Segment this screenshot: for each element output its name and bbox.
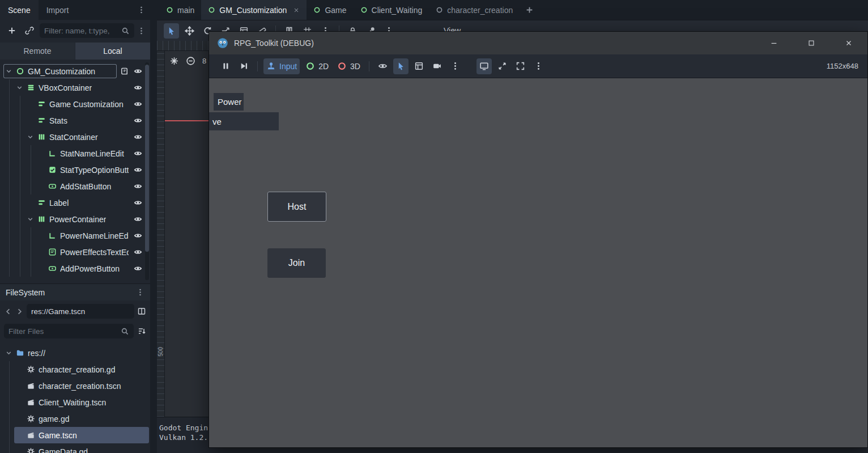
debug-options-button[interactable]: [448, 58, 463, 74]
zoom-controls: 8: [169, 56, 206, 66]
scene-tree-row[interactable]: PowerEffectsTextEdit: [36, 244, 149, 260]
scene-tree-row[interactable]: StatContainer: [25, 129, 149, 145]
visibility-eye-icon[interactable]: [134, 231, 142, 240]
visibility-eye-icon[interactable]: [134, 100, 142, 108]
scene-icon: [360, 6, 368, 14]
file-row[interactable]: character_creation.tscn: [14, 378, 149, 394]
game-window: RPG_Toolkit (DEBUG) Input2D3D1152x648 Po…: [209, 31, 868, 448]
scene-filter-input[interactable]: [44, 27, 121, 35]
pause-game-button[interactable]: [218, 58, 233, 74]
visibility-eye-icon[interactable]: [134, 116, 142, 125]
current-path-input[interactable]: [31, 307, 130, 316]
add-node-button[interactable]: [5, 23, 19, 38]
scene-tree-row[interactable]: PowerContainer: [25, 211, 149, 227]
visibility-eye-icon[interactable]: [134, 166, 142, 174]
snap-indicator-icon[interactable]: [169, 56, 179, 66]
tree-expand-icon[interactable]: [16, 84, 23, 91]
attached-script-icon[interactable]: [120, 67, 129, 75]
local-tab[interactable]: Local: [75, 43, 150, 60]
camera-override-button[interactable]: [429, 58, 445, 74]
visibility-eye-icon[interactable]: [134, 182, 142, 190]
tree-expand-icon[interactable]: [27, 133, 34, 141]
ring-icon: [16, 67, 24, 75]
close-button[interactable]: [830, 32, 867, 54]
move-tool-button[interactable]: [182, 23, 197, 39]
minimize-button[interactable]: [755, 32, 793, 54]
visibility-eye-icon[interactable]: [134, 215, 142, 223]
select-list-button[interactable]: [411, 58, 427, 74]
keep-aspect-button[interactable]: [495, 58, 510, 74]
scene-tab-Game[interactable]: Game: [307, 0, 353, 20]
scrollbar-thumb[interactable]: [145, 65, 149, 252]
visibility-eye-icon[interactable]: [134, 83, 142, 92]
file-row[interactable]: GameData.gd: [14, 443, 149, 453]
toggle-visibility-button[interactable]: [375, 58, 390, 74]
scene-tab-Client_Waiting[interactable]: Client_Waiting: [354, 0, 429, 20]
scene-tree-scrollbar[interactable]: [145, 62, 149, 280]
host-button[interactable]: Host: [267, 192, 326, 222]
mode-2d-button[interactable]: 2D: [303, 58, 331, 74]
history-forward-icon[interactable]: [15, 307, 24, 316]
scene-tree-row[interactable]: Label: [25, 194, 149, 211]
visibility-eye-icon[interactable]: [134, 264, 142, 273]
next-frame-button[interactable]: [236, 58, 252, 74]
scene-tree-row[interactable]: StatTypeOptionButto: [36, 162, 149, 178]
close-tab-icon[interactable]: [293, 7, 300, 14]
mode-3d-button[interactable]: 3D: [334, 58, 363, 74]
tree-expand-icon[interactable]: [27, 215, 34, 223]
fullscreen-button[interactable]: [513, 58, 528, 74]
separator: [369, 61, 369, 71]
maximize-button[interactable]: [793, 32, 830, 54]
scene-tree-row[interactable]: StatNameLineEdit: [36, 145, 149, 162]
view-options-button[interactable]: [531, 58, 546, 74]
file-row[interactable]: game.gd: [14, 410, 149, 427]
visibility-eye-icon[interactable]: [134, 67, 142, 75]
scene-tree-row[interactable]: Stats: [25, 112, 149, 129]
embed-options-button[interactable]: [476, 58, 492, 74]
scene-tree-row[interactable]: GM_Customization: [3, 63, 149, 79]
pause-game-button-icon: [221, 61, 231, 71]
scene-tab-main[interactable]: main: [159, 0, 201, 20]
tab-scene[interactable]: Scene: [0, 0, 39, 20]
file-filter-input[interactable]: [8, 327, 121, 336]
scene-tree-row[interactable]: Game Customization: [25, 96, 149, 112]
select-tool-button[interactable]: [164, 23, 179, 39]
file-item-label: character_creation.tscn: [39, 382, 121, 391]
select-mode-button[interactable]: [393, 58, 409, 74]
game-window-titlebar[interactable]: RPG_Toolkit (DEBUG): [209, 32, 867, 54]
file-sort-icon[interactable]: [137, 327, 146, 336]
zoom-out-icon[interactable]: [186, 56, 195, 66]
scene-tab-character_creation[interactable]: character_creation: [429, 0, 520, 20]
mode-3d-button-label: 3D: [350, 62, 360, 71]
visibility-eye-icon[interactable]: [134, 248, 142, 256]
toggle-split-mode-icon[interactable]: [137, 307, 146, 316]
file-row[interactable]: character_creation.gd: [14, 361, 149, 378]
input-mode-button[interactable]: Input: [263, 58, 300, 74]
scene-tree-row[interactable]: AddPowerButton: [36, 260, 149, 277]
visibility-eye-icon[interactable]: [134, 133, 142, 141]
scene-menu-icon[interactable]: [137, 27, 146, 35]
instance-scene-button[interactable]: [22, 23, 37, 38]
scene-icon: [166, 6, 173, 14]
scene-tree-row[interactable]: VBoxContainer: [14, 79, 149, 96]
history-back-icon[interactable]: [4, 307, 12, 316]
zoom-level[interactable]: 8: [202, 57, 206, 65]
name-lineedit[interactable]: ve: [209, 112, 279, 130]
tree-expand-icon[interactable]: [5, 67, 12, 75]
visibility-eye-icon[interactable]: [134, 198, 142, 207]
scene-tree-row[interactable]: PowerNameLineEdit: [36, 227, 149, 244]
scene-tree-row[interactable]: AddStatButton: [36, 178, 149, 194]
join-button[interactable]: Join: [267, 248, 326, 278]
tab-import[interactable]: Import: [39, 0, 77, 20]
scene-item-label: StatTypeOptionButto: [60, 166, 129, 175]
filesystem-menu-icon[interactable]: [136, 288, 144, 297]
scene-tab-GM_Customization[interactable]: GM_Customization: [201, 0, 307, 20]
tree-expand-icon[interactable]: [5, 349, 12, 357]
new-scene-tab-icon[interactable]: [525, 6, 534, 14]
dock-menu-icon[interactable]: [137, 6, 146, 14]
file-row[interactable]: res://: [3, 345, 149, 361]
file-row[interactable]: Client_Waiting.tscn: [14, 394, 149, 410]
file-row[interactable]: Game.tscn: [14, 427, 149, 443]
remote-tab[interactable]: Remote: [0, 43, 75, 60]
visibility-eye-icon[interactable]: [134, 149, 142, 158]
